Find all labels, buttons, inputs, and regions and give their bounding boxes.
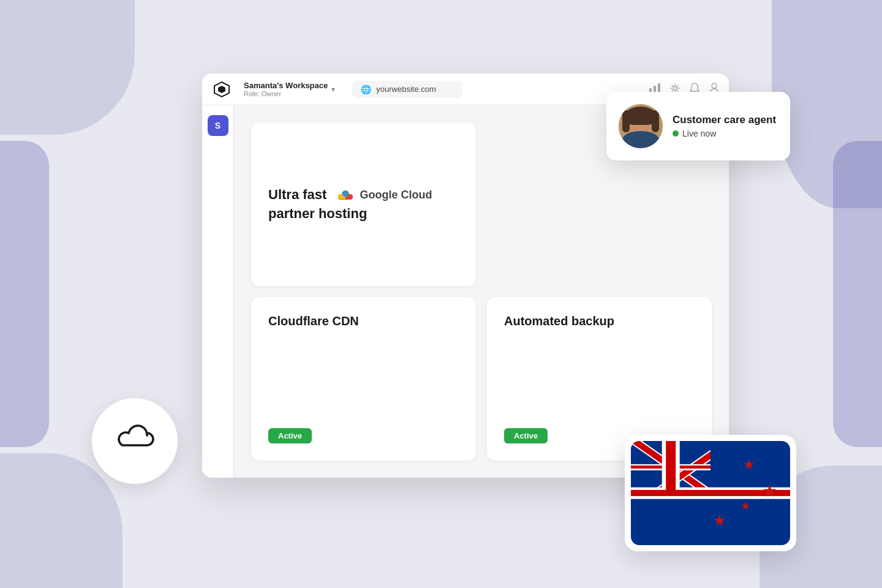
- star-2: ★: [762, 481, 777, 501]
- gc-icon: [334, 187, 357, 204]
- sidebar: S: [202, 105, 234, 478]
- workspace-name: Samanta's Workspace: [244, 81, 328, 90]
- google-cloud-text: Ultra fast Google Cloud: [268, 186, 459, 224]
- agent-info: Customer care agent Live now: [673, 114, 776, 138]
- nz-flag: ★ ★ ★ ★: [631, 441, 790, 545]
- main-wrapper: Samanta's Workspace Role: Owner ▾ 🌐 your…: [141, 55, 741, 533]
- hosting-text-suffix: partner hosting: [268, 206, 367, 221]
- svg-point-7: [712, 83, 717, 88]
- star-3: ★: [741, 499, 750, 513]
- google-cloud-card: Ultra fast Google Cloud: [251, 123, 476, 286]
- content-area: Ultra fast Google Cloud: [234, 105, 729, 478]
- chevron-down-icon: ▾: [331, 85, 335, 94]
- backup-title: Automated backup: [504, 314, 695, 328]
- backup-active-badge: Active: [504, 428, 548, 443]
- side-decoration-right: [833, 141, 882, 447]
- workspace-selector[interactable]: Samanta's Workspace Role: Owner ▾: [239, 78, 340, 100]
- nz-flag-popup: ★ ★ ★ ★: [625, 435, 796, 551]
- live-status-text: Live now: [682, 129, 716, 138]
- app-logo: [212, 80, 232, 99]
- gc-brand-label: Google Cloud: [360, 187, 432, 203]
- star-1: ★: [743, 457, 755, 473]
- url-text: yourwebsite.com: [376, 85, 436, 94]
- agent-avatar: [619, 104, 663, 148]
- google-cloud-logo: Google Cloud: [334, 187, 432, 204]
- cloudflare-title: Cloudflare CDN: [268, 314, 459, 328]
- live-status-dot: [673, 130, 679, 137]
- user-avatar[interactable]: S: [208, 115, 228, 136]
- cloudflare-card: Cloudflare CDN Active: [251, 297, 476, 461]
- hosting-text-prefix: Ultra fast: [268, 187, 326, 202]
- star-4: ★: [713, 512, 726, 529]
- side-decoration-left: [0, 141, 49, 447]
- agent-status: Live now: [673, 129, 776, 138]
- svg-point-6: [673, 86, 677, 90]
- workspace-text: Samanta's Workspace Role: Owner: [244, 81, 328, 97]
- cloud-float-icon: [92, 398, 178, 484]
- cloud-icon: [113, 422, 156, 460]
- url-bar[interactable]: 🌐 yourwebsite.com: [352, 81, 462, 98]
- globe-icon: 🌐: [361, 85, 371, 94]
- agent-popup: Customer care agent Live now: [606, 92, 790, 160]
- workspace-role: Role: Owner: [244, 90, 328, 97]
- agent-title: Customer care agent: [673, 114, 776, 126]
- cloudflare-active-badge: Active: [268, 428, 312, 443]
